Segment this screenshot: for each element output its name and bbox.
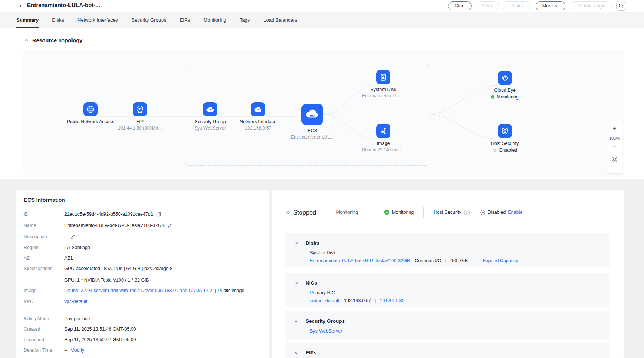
stopped-status-icon	[286, 211, 290, 214]
system-disk-icon	[376, 70, 390, 84]
help-icon[interactable]: ?	[464, 210, 470, 215]
nics-section-header[interactable]: NICs	[285, 273, 610, 286]
reset-view-button[interactable]	[612, 156, 617, 165]
zoom-out-button[interactable]: −	[613, 142, 616, 152]
host-security-value: Disabled	[488, 210, 506, 215]
info-row-name: Name Entrenamiento-LULA-bot-GPU-TeslaV10…	[16, 223, 269, 230]
subnet-link[interactable]: subnet-default	[310, 298, 339, 303]
stop-button: Stop	[476, 1, 499, 10]
info-row-billing-mode: Billing Mode Pay-per-use	[16, 316, 269, 324]
chevron-down-icon	[294, 281, 298, 285]
tab-load-balancers[interactable]: Load Balancers	[263, 12, 297, 28]
tab-tags[interactable]: Tags	[240, 12, 250, 28]
security-group-icon	[203, 102, 217, 116]
info-row-image: Image Ubuntu 22.04 server 64bit with Tes…	[16, 288, 269, 295]
search-button[interactable]	[616, 1, 626, 11]
host-security-icon	[498, 124, 512, 138]
nics-section-body: Primary NIC subnet-default 192.168.0.57 …	[285, 286, 610, 303]
resource-topology-panel: www Public Network Access IP EIP 101.44.…	[23, 50, 624, 176]
node-host-security[interactable]: Host Security Disabled	[471, 124, 539, 153]
eip-link[interactable]: 101.44.1.80	[380, 298, 404, 303]
restart-button: Restart	[503, 1, 531, 10]
system-disk-link[interactable]: Entrenamiento-LULA-bot-GPU-TeslaV100-32G…	[310, 258, 410, 263]
host-security-label: Host Security	[433, 210, 461, 215]
node-eip[interactable]: IP EIP 101.44.1.80 (300Mb...	[106, 102, 174, 131]
zoom-divider	[610, 154, 619, 154]
security-groups-section-header[interactable]: Security Groups	[285, 311, 610, 324]
ecs-information-title: ECS Information	[24, 197, 65, 203]
tab-network-interfaces[interactable]: Network Interfaces	[77, 12, 118, 28]
disks-section-body: System Disk Entrenamiento-LULA-bot-GPU-T…	[285, 246, 610, 263]
tab-monitoring[interactable]: Monitoring	[203, 12, 226, 28]
monitoring-status-icon	[491, 95, 494, 99]
cloud-eye-status: Monitoring	[471, 94, 539, 100]
tab-eips[interactable]: EIPs	[180, 12, 190, 28]
instance-status-card: Stopped Monitoring Monitoring Host Secur…	[272, 190, 624, 358]
disks-section-header[interactable]: Disks	[285, 233, 610, 246]
start-button[interactable]: Start	[448, 1, 471, 10]
vpc-link[interactable]: vpc-default	[64, 299, 87, 304]
search-icon	[619, 3, 624, 9]
instance-state: Stopped	[293, 209, 316, 216]
edit-name-icon[interactable]	[168, 223, 172, 228]
monitoring-ok-icon	[384, 210, 389, 215]
tab-disks[interactable]: Disks	[52, 12, 64, 28]
node-system-disk[interactable]: System Disk Entrenamiento-LUL...	[350, 70, 417, 98]
remote-login-button: Remote Login	[570, 1, 612, 10]
chevron-down-icon	[555, 4, 559, 8]
info-row-description: Description --	[16, 234, 269, 242]
back-button[interactable]: ‹	[16, 1, 25, 10]
topology-zoom-controls: + 100% −	[607, 121, 622, 173]
eips-section-header[interactable]: EIPs	[285, 342, 610, 355]
bottom-section: ECS Information ID 21ed1c5e-59d4-4d92-b5…	[0, 179, 644, 358]
zoom-level: 100%	[609, 133, 620, 142]
tab-security-groups[interactable]: Security Groups	[131, 12, 166, 28]
eip-icon: IP	[133, 102, 147, 116]
monitoring-value: Monitoring	[392, 210, 414, 215]
more-button[interactable]: More	[536, 1, 565, 10]
resource-topology-title: Resource Topology	[32, 37, 82, 43]
shield-disabled-icon	[493, 148, 497, 153]
tab-summary[interactable]: Summary	[16, 12, 39, 28]
enable-host-security-link[interactable]: Enable	[508, 210, 522, 215]
zoom-in-button[interactable]: +	[613, 124, 616, 133]
image-link[interactable]: Ubuntu 22.04 server 64bit with Tesla Dri…	[64, 288, 212, 293]
modify-deletion-time-link[interactable]: Modify	[70, 348, 84, 353]
info-row-gpu: GPU: 1 * NVIDIA Tesla V100 / 1 * 32 GiB	[16, 277, 269, 285]
svg-text:IP: IP	[138, 107, 141, 111]
disks-section: Disks System Disk Entrenamiento-LULA-bot…	[285, 233, 610, 267]
svg-text:www: www	[88, 109, 93, 112]
info-row-vpc: VPC vpc-default	[16, 299, 269, 306]
ecs-information-card: ECS Information ID 21ed1c5e-59d4-4d92-b5…	[16, 190, 269, 358]
network-interface-icon	[251, 102, 265, 116]
info-row-region: Region LA-Santiago	[16, 245, 269, 252]
info-divider	[24, 309, 262, 309]
collapse-chevron-up-icon[interactable]	[24, 38, 28, 43]
ecs-icon	[301, 104, 323, 125]
node-cloud-eye[interactable]: Cloud Eye Monitoring	[471, 71, 539, 100]
security-group-link[interactable]: Sys-WebServer	[310, 328, 342, 334]
header-actions: Start Stop Restart More Remote Login	[448, 1, 626, 11]
security-groups-section: Security Groups Sys-WebServer	[285, 311, 610, 340]
top-header: ‹ Entrenamiento-LULA-bot-... Start Stop …	[0, 0, 644, 12]
info-row-specifications: Specifications GPU-accelerated | 8 vCPUs…	[16, 266, 269, 273]
status-divider-large	[423, 207, 424, 218]
eips-section: EIPs	[285, 342, 610, 358]
expand-capacity-link[interactable]: Expand Capacity	[483, 258, 518, 263]
chevron-down-icon	[294, 241, 298, 245]
edit-description-icon[interactable]	[70, 234, 75, 239]
security-groups-section-body: Sys-WebServer	[285, 324, 610, 334]
ecs-detail-page: ‹ Entrenamiento-LULA-bot-... Start Stop …	[0, 0, 644, 358]
info-row-az: AZ AZ1	[16, 255, 269, 263]
node-ecs[interactable]: ECS Entrenamiento-LUL...	[279, 104, 346, 140]
chevron-down-icon	[294, 319, 298, 324]
node-image[interactable]: Image Ubuntu 22.04 serve...	[350, 124, 417, 152]
copy-icon[interactable]	[156, 212, 161, 217]
cloud-eye-icon	[498, 71, 512, 85]
chevron-down-icon	[294, 351, 298, 355]
public-network-access-icon: www	[83, 102, 98, 116]
disabled-status-icon	[480, 210, 485, 215]
tab-bar: Summary Disks Network Interfaces Securit…	[0, 12, 644, 28]
nics-section: NICs Primary NIC subnet-default 192.168.…	[285, 273, 610, 307]
image-icon	[376, 124, 390, 138]
